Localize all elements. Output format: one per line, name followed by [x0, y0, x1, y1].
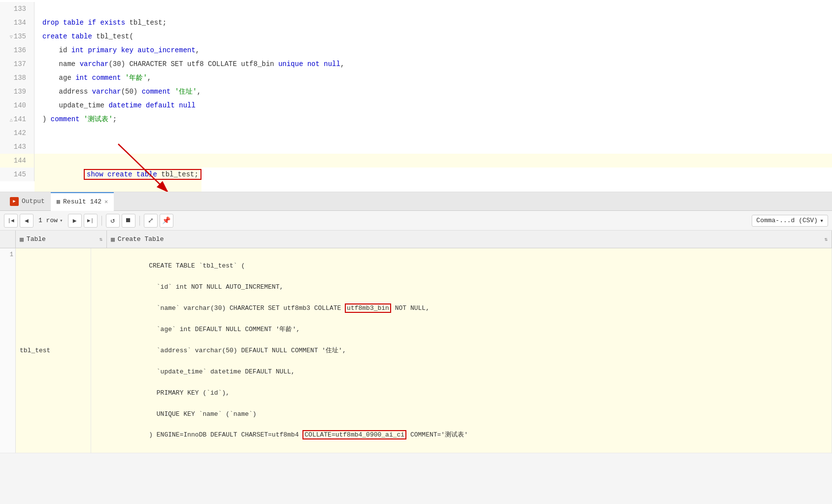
line-number-136: 136: [0, 43, 34, 57]
line-number-142: 142: [0, 126, 34, 140]
line-number-140: 140: [0, 99, 34, 112]
csv-label: Comma-...d (CSV): [756, 217, 818, 224]
code-lines: 133 134 drop table if exists tbl_test; ▽…: [0, 0, 832, 181]
line-number-137: 137: [0, 57, 34, 71]
tab-result-label: Result 142: [63, 198, 101, 205]
line-content-141[interactable]: ) comment '测试表';: [34, 112, 117, 126]
bottom-panel: ▶ Output ▦ Result 142 ✕ |◀ ◀ 1 row ▾ ▶ ▶…: [0, 192, 832, 504]
tab-result[interactable]: ▦ Result 142 ✕: [51, 192, 114, 211]
csv-chevron-icon: ▾: [820, 217, 824, 225]
refresh-button[interactable]: ↺: [106, 214, 120, 228]
nav-next-button[interactable]: ▶: [68, 214, 82, 228]
editor-area: 133 134 drop table if exists tbl_test; ▽…: [0, 0, 832, 192]
line-content-138[interactable]: age int comment '年龄',: [34, 71, 151, 85]
tab-result-close[interactable]: ✕: [104, 198, 108, 205]
table-name-value: tbl_test: [20, 347, 50, 354]
nav-first-button[interactable]: |◀: [4, 214, 18, 228]
line-number-138: 138: [0, 71, 34, 85]
code-line-140: 140 update_time datetime default null: [0, 99, 832, 112]
code-line-138: 138 age int comment '年龄',: [0, 71, 832, 85]
create-table-cell: CREATE TABLE `tbl_test` ( `id` int NOT N…: [91, 248, 832, 453]
pin-button[interactable]: 📌: [160, 214, 173, 228]
col-header-row: ▦ Table ⇅ ▦ Create Table ⇅: [0, 231, 832, 248]
grid-icon: ▦: [57, 198, 60, 205]
line-content-135[interactable]: create table tbl_test(: [34, 30, 133, 43]
line-number-141: △141: [0, 112, 34, 127]
table-col-sort[interactable]: ⇅: [99, 236, 102, 242]
row-count-chevron[interactable]: ▾: [60, 217, 63, 224]
line-content-137[interactable]: name varchar(30) CHARACTER SET utf8 COLL…: [34, 57, 344, 71]
code-line-143: 143: [0, 140, 832, 154]
app-container: 133 134 drop table if exists tbl_test; ▽…: [0, 0, 832, 504]
table-col-icon: ▦: [20, 235, 24, 243]
line-content-134[interactable]: drop table if exists tbl_test;: [34, 16, 166, 30]
row-number-cell: 1: [0, 248, 16, 453]
code-line-142: 142: [0, 126, 832, 140]
line-number-145: 145: [0, 168, 34, 181]
line-content-140[interactable]: update_time datetime default null: [34, 99, 196, 112]
tab-output-label: Output: [22, 198, 45, 205]
row-count-text: 1 row: [38, 217, 58, 224]
line-content-136[interactable]: id int primary key auto_increment,: [34, 43, 200, 57]
row-number-header: [0, 231, 16, 248]
nav-last-button[interactable]: ▶|: [84, 214, 98, 228]
create-col-icon: ▦: [111, 235, 115, 243]
code-line-133: 133: [0, 2, 832, 16]
col-header-table[interactable]: ▦ Table ⇅: [16, 231, 107, 248]
row-count-display: 1 row ▾: [35, 217, 66, 224]
code-line-144: 144 show create table tbl_test;: [0, 154, 832, 168]
code-line-145: 145: [0, 168, 832, 181]
code-line-134: 134 drop table if exists tbl_test;: [0, 16, 832, 30]
table-name-cell: tbl_test: [16, 248, 91, 453]
line-number-134: 134: [0, 16, 34, 30]
toolbar-divider-2: [139, 216, 140, 226]
tab-output[interactable]: ▶ Output: [4, 192, 51, 211]
table-content: ▦ Table ⇅ ▦ Create Table ⇅ 1 tbl_test: [0, 231, 832, 504]
code-line-136: 136 id int primary key auto_increment,: [0, 43, 832, 57]
line-number-139: 139: [0, 85, 34, 99]
code-line-139: 139 address varchar(50) comment '住址',: [0, 85, 832, 99]
line-number-144: 144: [0, 154, 34, 168]
code-line-135: ▽135 create table tbl_test(: [0, 30, 832, 43]
line-number-135: ▽135: [0, 30, 34, 44]
create-table-content: CREATE TABLE `tbl_test` ( `id` int NOT N…: [95, 250, 468, 451]
create-col-label: Create Table: [118, 235, 164, 243]
code-line-137: 137 name varchar(30) CHARACTER SET utf8 …: [0, 57, 832, 71]
toolbar-right: Comma-...d (CSV) ▾: [752, 215, 828, 227]
results-table: ▦ Table ⇅ ▦ Create Table ⇅ 1 tbl_test: [0, 231, 832, 504]
toolbar-row: |◀ ◀ 1 row ▾ ▶ ▶| ↺ ⏹ ⤢ 📌 Comma-...d (CS…: [0, 211, 832, 231]
output-icon: ▶: [10, 197, 19, 206]
line-content-139[interactable]: address varchar(50) comment '住址',: [34, 85, 201, 99]
create-col-sort[interactable]: ⇅: [824, 236, 828, 242]
table-col-label: Table: [27, 235, 46, 243]
line-number-143: 143: [0, 140, 34, 154]
code-line-141: △141 ) comment '测试表';: [0, 112, 832, 126]
line-number-133: 133: [0, 2, 34, 16]
col-header-create[interactable]: ▦ Create Table ⇅: [107, 231, 832, 248]
stop-button[interactable]: ⏹: [122, 214, 135, 228]
resize-button[interactable]: ⤢: [144, 214, 158, 228]
csv-dropdown[interactable]: Comma-...d (CSV) ▾: [752, 215, 828, 227]
tabs-bar: ▶ Output ▦ Result 142 ✕: [0, 192, 832, 211]
nav-prev-button[interactable]: ◀: [20, 214, 33, 228]
table-row[interactable]: 1 tbl_test CREATE TABLE `tbl_test` ( `id…: [0, 248, 832, 453]
toolbar-divider-1: [101, 216, 102, 226]
